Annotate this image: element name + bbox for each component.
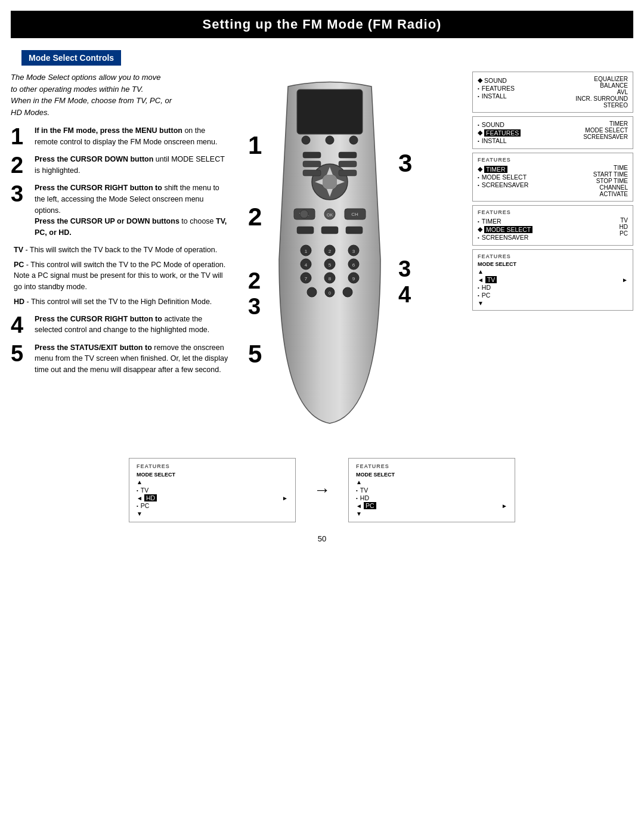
menu-box-5: FEATURES MODE SELECT ▲ ◄ TV ► • HD bbox=[472, 249, 633, 311]
svg-text:0: 0 bbox=[329, 291, 331, 295]
svg-point-3 bbox=[349, 136, 358, 144]
bottom-right-pc: ◄ PC ► bbox=[356, 502, 507, 509]
menu4-right: TV HD PC bbox=[620, 217, 628, 237]
step-4: 4 Press the CURSOR RIGHT button to activ… bbox=[11, 314, 230, 336]
svg-text:1: 1 bbox=[305, 249, 308, 254]
step-label-34: 3 4 bbox=[398, 256, 411, 308]
step-2-content: Press the CURSOR DOWN button until MODE … bbox=[35, 154, 230, 176]
bottom-right-tv: • TV bbox=[356, 487, 507, 494]
menu3-left: ◆ TIMER • MODE SELECT • SCREENSAVER bbox=[478, 165, 528, 189]
menu5-tv-label: TV bbox=[485, 276, 497, 283]
br-hd-label: HD bbox=[360, 494, 369, 501]
menu-box-3: FEATURES ◆ TIMER • MODE SELECT bbox=[472, 153, 633, 202]
menu5-hd-bullet: • bbox=[478, 285, 479, 290]
svg-text:9: 9 bbox=[352, 276, 355, 281]
svg-point-1 bbox=[302, 136, 310, 144]
tv-text: - This will switch the TV back to the TV… bbox=[23, 246, 217, 254]
tv-label: TV bbox=[14, 246, 23, 254]
menu4-left: • TIMER ◆ MODE SELECT • SCREENSAVER bbox=[478, 217, 532, 241]
main-content: The Mode Select options allow you to mov… bbox=[11, 72, 633, 453]
bottom-arrow-between: → bbox=[314, 481, 330, 500]
svg-text:4: 4 bbox=[305, 262, 308, 268]
activate-label: ACTIVATE bbox=[593, 191, 628, 197]
svg-rect-10 bbox=[303, 152, 321, 158]
sound-label: SOUND bbox=[484, 77, 507, 84]
hd-label: HD bbox=[14, 298, 24, 306]
step-4-number: 4 bbox=[11, 314, 29, 336]
svg-rect-25 bbox=[346, 227, 363, 234]
step-1-bold: If in the FM mode, press the MENU button bbox=[35, 126, 182, 135]
step-2-bold: Press the CURSOR DOWN button bbox=[35, 155, 153, 163]
svg-rect-15 bbox=[339, 170, 357, 176]
time-label: TIME bbox=[593, 165, 628, 171]
section-title: Mode Select Controls bbox=[21, 50, 121, 66]
svg-text:3: 3 bbox=[352, 249, 355, 254]
menu3-timer-arrow: ◆ bbox=[478, 165, 482, 173]
page-number: 50 bbox=[0, 534, 644, 543]
svg-rect-12 bbox=[303, 161, 321, 167]
menu2-features: ◆ FEATURES bbox=[478, 129, 521, 137]
bl-tv-label: TV bbox=[141, 487, 148, 494]
menu-box-1-left: ◆ SOUND • FEATURES • INSTALL bbox=[478, 76, 515, 100]
menu5-hd-label: HD bbox=[482, 284, 491, 291]
svg-rect-11 bbox=[339, 152, 357, 158]
step-label-2: 2 bbox=[248, 203, 262, 231]
hd-text: - This control will set the TV to the Hi… bbox=[24, 298, 212, 306]
bl-tv-bullet: • bbox=[137, 488, 138, 493]
menu-box-4-row: • TIMER ◆ MODE SELECT • SCREENSAVER bbox=[478, 217, 628, 241]
intro-line3: When in the FM Mode, choose from TV, PC,… bbox=[11, 96, 172, 105]
menu2-sound-bullet: • bbox=[478, 122, 479, 128]
step-label-23: 2 3 bbox=[248, 268, 261, 320]
menu-box-2-left: • SOUND ◆ FEATURES • INSTALL bbox=[478, 120, 521, 145]
bl-hd-label: HD bbox=[144, 494, 157, 501]
mode-select-r-label: MODE SELECT bbox=[583, 127, 628, 134]
header-bold: FM Mode (FM Radio) bbox=[302, 17, 441, 32]
menu3-timer: ◆ TIMER bbox=[478, 165, 528, 173]
br-pc-arrow-left: ◄ bbox=[356, 503, 362, 509]
bottom-right-subtitle: MODE SELECT bbox=[356, 472, 507, 478]
menu2-features-arrow: ◆ bbox=[478, 129, 482, 137]
bottom-left-pc: • PC bbox=[137, 502, 288, 509]
step-3-content: Press the CURSOR RIGHT button to shift t… bbox=[35, 182, 230, 239]
step-3-bold: Press the CURSOR RIGHT button to bbox=[35, 184, 162, 192]
svg-point-5 bbox=[321, 174, 338, 190]
bottom-left-subtitle: MODE SELECT bbox=[137, 472, 288, 478]
timer-r-label: TIMER bbox=[583, 120, 628, 127]
step-2: 2 Press the CURSOR DOWN button until MOD… bbox=[11, 154, 230, 176]
menu2-install-label: INSTALL bbox=[482, 137, 507, 144]
intro-line1: The Mode Select options allow you to mov… bbox=[11, 73, 160, 82]
bl-pc-label: PC bbox=[141, 502, 150, 509]
bottom-left-down: ▼ bbox=[137, 510, 288, 517]
left-column: The Mode Select options allow you to mov… bbox=[11, 72, 237, 453]
bottom-right-title: FEATURES bbox=[356, 463, 507, 469]
pc-opt-label: PC bbox=[620, 230, 628, 237]
pc-text: - This control will switch the TV to the… bbox=[14, 261, 225, 292]
menu4-screensaver: • SCREENSAVER bbox=[478, 234, 532, 241]
menu2-install-bullet: • bbox=[478, 138, 479, 144]
step-2-number: 2 bbox=[11, 154, 29, 176]
step-label-3a: 3 bbox=[398, 149, 412, 178]
menu3-mode-select: • MODE SELECT bbox=[478, 174, 528, 181]
menu4-ms-label: MODE SELECT bbox=[484, 226, 532, 233]
menu4-mode-select: ◆ MODE SELECT bbox=[478, 225, 532, 233]
menu3-timer-label: TIMER bbox=[484, 166, 507, 173]
menu5-pc-bullet: • bbox=[478, 293, 479, 298]
tv-note: TV - This will switch the TV back to the… bbox=[14, 244, 230, 256]
menu4-timer-label: TIMER bbox=[482, 218, 501, 225]
menu5-arrow-down: ▼ bbox=[478, 300, 628, 306]
channel-label: CHANNEL bbox=[593, 184, 628, 191]
features-bullet: • bbox=[478, 86, 479, 91]
menu2-install: • INSTALL bbox=[478, 137, 521, 144]
menu5-tv: ◄ TV ► bbox=[478, 276, 628, 283]
menu-item-features: • FEATURES bbox=[478, 85, 515, 92]
stereo-label: STEREO bbox=[575, 102, 628, 109]
svg-text:6: 6 bbox=[352, 262, 355, 268]
page-num-text: 50 bbox=[318, 534, 326, 543]
step-4-bold: Press the CURSOR RIGHT button to bbox=[35, 315, 162, 323]
bl-hd-arrow-right: ► bbox=[282, 495, 288, 501]
svg-text:7: 7 bbox=[305, 276, 308, 281]
right-column: VOL CH OK 1 2 3 bbox=[237, 72, 633, 453]
bottom-menu-right: FEATURES MODE SELECT ▲ • TV • HD ◄ PC ► … bbox=[348, 458, 515, 522]
bl-pc-bullet: • bbox=[137, 503, 138, 509]
features-label: FEATURES bbox=[482, 85, 515, 92]
